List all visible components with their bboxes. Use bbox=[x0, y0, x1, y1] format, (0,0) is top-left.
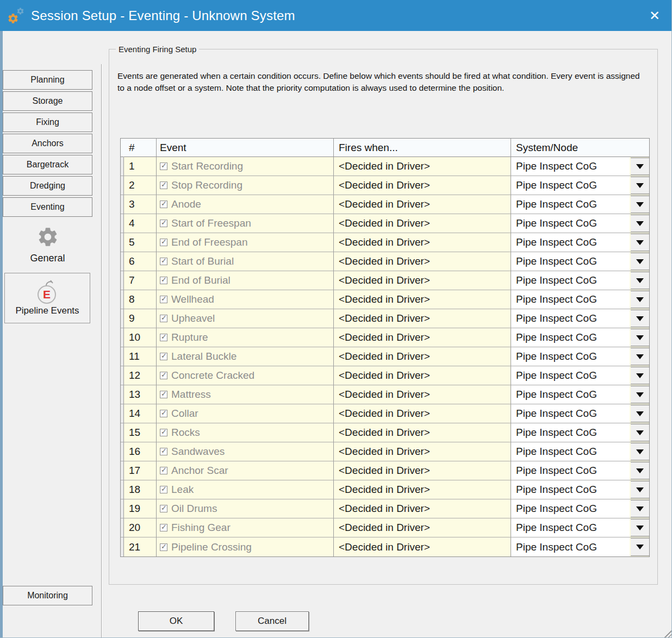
event-checkbox[interactable] bbox=[160, 296, 167, 303]
system-node-cell: Pipe Inspect CoG bbox=[511, 442, 649, 461]
system-node-cell: Pipe Inspect CoG bbox=[511, 309, 649, 328]
event-checkbox[interactable] bbox=[160, 182, 167, 189]
system-node-dropdown-button[interactable] bbox=[631, 310, 649, 327]
event-checkbox[interactable] bbox=[160, 258, 167, 265]
system-node-dropdown-button[interactable] bbox=[631, 329, 649, 346]
system-node-value[interactable]: Pipe Inspect CoG bbox=[511, 328, 630, 347]
table-row: 15 Rocks <Decided in Driver> Pipe Inspec… bbox=[121, 423, 649, 442]
system-node-value[interactable]: Pipe Inspect CoG bbox=[511, 157, 630, 176]
system-node-dropdown-button[interactable] bbox=[631, 443, 649, 460]
table-row: 11 Lateral Buckle <Decided in Driver> Pi… bbox=[121, 347, 649, 366]
system-node-value[interactable]: Pipe Inspect CoG bbox=[511, 271, 630, 290]
chevron-down-icon bbox=[636, 545, 644, 549]
system-node-dropdown-button[interactable] bbox=[631, 177, 649, 194]
sidebar-item-planning[interactable]: Planning bbox=[3, 70, 92, 90]
event-checkbox[interactable] bbox=[160, 429, 167, 436]
event-cell: Leak bbox=[157, 480, 334, 499]
system-node-dropdown-button[interactable] bbox=[631, 158, 649, 175]
system-node-dropdown-button[interactable] bbox=[631, 291, 649, 308]
col-header-num: # bbox=[124, 139, 157, 157]
row-number: 3 bbox=[124, 195, 157, 214]
ok-button[interactable]: OK bbox=[138, 611, 214, 631]
system-node-value[interactable]: Pipe Inspect CoG bbox=[511, 385, 630, 404]
event-checkbox[interactable] bbox=[160, 505, 167, 512]
system-node-dropdown-button[interactable] bbox=[631, 386, 649, 403]
system-node-dropdown-button[interactable] bbox=[631, 519, 649, 536]
system-node-value[interactable]: Pipe Inspect CoG bbox=[511, 176, 630, 195]
system-node-value[interactable]: Pipe Inspect CoG bbox=[511, 290, 630, 309]
system-node-dropdown-button[interactable] bbox=[631, 234, 649, 251]
table-row: 5 End of Freespan <Decided in Driver> Pi… bbox=[121, 233, 649, 252]
event-checkbox[interactable] bbox=[160, 543, 167, 551]
system-node-value[interactable]: Pipe Inspect CoG bbox=[511, 214, 630, 233]
system-node-dropdown-button[interactable] bbox=[631, 538, 649, 556]
event-checkbox[interactable] bbox=[160, 467, 167, 474]
event-checkbox[interactable] bbox=[160, 277, 167, 284]
system-node-dropdown-button[interactable] bbox=[631, 196, 649, 213]
system-node-value[interactable]: Pipe Inspect CoG bbox=[511, 233, 630, 252]
chevron-down-icon bbox=[636, 259, 644, 264]
event-checkbox[interactable] bbox=[160, 524, 167, 531]
system-node-dropdown-button[interactable] bbox=[631, 272, 649, 289]
system-node-dropdown-button[interactable] bbox=[631, 424, 649, 441]
system-node-dropdown-button[interactable] bbox=[631, 215, 649, 232]
row-number: 13 bbox=[124, 385, 157, 404]
event-label: Upheavel bbox=[171, 312, 215, 324]
event-checkbox[interactable] bbox=[160, 353, 167, 360]
system-node-value[interactable]: Pipe Inspect CoG bbox=[511, 195, 630, 214]
system-node-value[interactable]: Pipe Inspect CoG bbox=[511, 423, 630, 442]
system-node-value[interactable]: Pipe Inspect CoG bbox=[511, 252, 630, 271]
system-node-value[interactable]: Pipe Inspect CoG bbox=[511, 499, 630, 518]
event-checkbox[interactable] bbox=[160, 201, 167, 208]
sidebar-item-general[interactable]: General bbox=[3, 226, 92, 264]
system-node-dropdown-button[interactable] bbox=[631, 348, 649, 365]
system-node-value[interactable]: Pipe Inspect CoG bbox=[511, 404, 630, 423]
sidebar-item-pipeline-events[interactable]: E Pipeline Events bbox=[4, 273, 90, 323]
sidebar-item-monitoring[interactable]: Monitoring bbox=[3, 586, 92, 605]
event-checkbox[interactable] bbox=[160, 372, 167, 379]
sidebar-item-eventing[interactable]: Eventing bbox=[3, 197, 92, 217]
event-cell: Start of Freespan bbox=[157, 214, 334, 233]
system-node-value[interactable]: Pipe Inspect CoG bbox=[511, 347, 630, 366]
pipeline-events-letter: E bbox=[38, 285, 56, 304]
event-checkbox[interactable] bbox=[160, 391, 167, 398]
system-node-value[interactable]: Pipe Inspect CoG bbox=[511, 537, 630, 556]
sidebar-item-storage[interactable]: Storage bbox=[3, 91, 92, 111]
system-node-value[interactable]: Pipe Inspect CoG bbox=[511, 461, 630, 480]
system-node-value[interactable]: Pipe Inspect CoG bbox=[511, 442, 630, 461]
system-node-dropdown-button[interactable] bbox=[631, 367, 649, 384]
event-label: Rocks bbox=[171, 427, 200, 439]
system-node-dropdown-button[interactable] bbox=[631, 253, 649, 270]
sidebar-item-anchors[interactable]: Anchors bbox=[3, 134, 92, 153]
event-checkbox[interactable] bbox=[160, 448, 167, 455]
fires-when-value: <Decided in Driver> bbox=[339, 446, 430, 458]
system-node-dropdown-button[interactable] bbox=[631, 481, 649, 498]
event-cell: Pipeline Crossing bbox=[157, 537, 334, 556]
event-checkbox[interactable] bbox=[160, 334, 167, 341]
system-node-dropdown-button[interactable] bbox=[631, 500, 649, 517]
event-label: Concrete Cracked bbox=[171, 370, 254, 381]
titlebar[interactable]: Session Setup - Eventing - Unknown Syste… bbox=[0, 0, 671, 31]
event-checkbox[interactable] bbox=[160, 315, 167, 322]
sidebar-item-bargetrack[interactable]: Bargetrack bbox=[3, 155, 92, 174]
resize-grip[interactable] bbox=[663, 629, 671, 637]
sidebar-item-dredging[interactable]: Dredging bbox=[3, 176, 92, 196]
event-checkbox[interactable] bbox=[160, 162, 167, 170]
event-checkbox[interactable] bbox=[160, 486, 167, 493]
system-node-value[interactable]: Pipe Inspect CoG bbox=[511, 480, 630, 499]
close-icon[interactable]: ✕ bbox=[638, 0, 671, 31]
row-number: 2 bbox=[124, 176, 157, 195]
system-node-dropdown-button[interactable] bbox=[631, 405, 649, 422]
event-cell: Rupture bbox=[157, 328, 334, 347]
event-checkbox[interactable] bbox=[160, 410, 167, 417]
event-checkbox[interactable] bbox=[160, 220, 167, 227]
system-node-value[interactable]: Pipe Inspect CoG bbox=[511, 366, 630, 385]
sidebar-divider bbox=[101, 64, 102, 638]
system-node-value[interactable]: Pipe Inspect CoG bbox=[511, 518, 630, 537]
system-node-value[interactable]: Pipe Inspect CoG bbox=[511, 309, 630, 328]
cancel-button[interactable]: Cancel bbox=[235, 611, 309, 631]
system-node-dropdown-button[interactable] bbox=[631, 462, 649, 479]
event-checkbox[interactable] bbox=[160, 239, 167, 246]
sidebar-item-fixing[interactable]: Fixing bbox=[3, 112, 92, 132]
system-node-cell: Pipe Inspect CoG bbox=[511, 271, 649, 290]
